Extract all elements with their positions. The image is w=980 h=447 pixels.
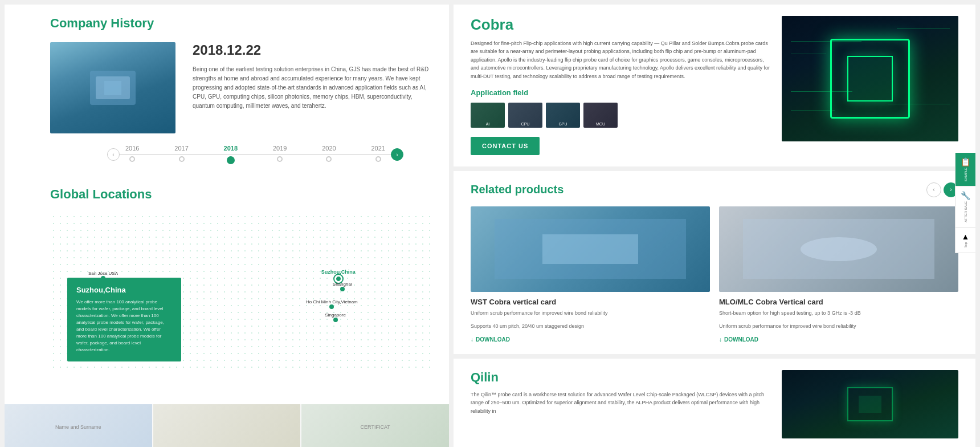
year-label-2021: 2021 (371, 145, 385, 152)
related-products-title: Related products (471, 183, 564, 196)
qilin-left: Qilin The Qilin™ probe card is a workhor… (471, 370, 770, 438)
cobra-title: Cobra (471, 16, 770, 34)
top-icon: ▲ (962, 232, 970, 241)
qilin-description: The Qilin™ probe card is a workhorse tes… (471, 391, 770, 415)
product-mlo-download-label: DOWNLOAD (724, 336, 758, 343)
year-dot-2020[interactable] (326, 156, 332, 162)
bottom-strip: Name and Surname CERTIFICAT (5, 404, 449, 447)
app-cpu-label: CPU (521, 122, 530, 126)
app-image-mcu: MCU (583, 103, 618, 128)
history-description: Being one of the earliest testing soluti… (193, 65, 432, 111)
timeline-next-button[interactable]: › (391, 148, 403, 161)
product-wst-download[interactable]: ↓ DOWNLOAD (471, 336, 710, 343)
sanjose-usa-label: San Jose,USA (88, 271, 118, 276)
timeline-year-2018: 2018 (224, 145, 238, 164)
hcmc-location: Ho Chi Minh City,Vietnam (306, 299, 358, 309)
top-button[interactable]: ▲ Top (955, 227, 975, 253)
application-images: AI CPU GPU MCU (471, 103, 770, 128)
product-mlo-title: MLO/MLC Cobra Vertical card (719, 298, 958, 306)
thumb-content-3: CERTIFICAT (301, 404, 449, 447)
location-info-card: Suzhou,China We offer more than 100 anal… (67, 278, 181, 361)
app-image-gpu: GPU (546, 103, 580, 128)
sample-label: SAMPLE (964, 168, 967, 181)
related-prev-button[interactable]: ‹ (926, 182, 941, 197)
bottom-thumb-1: Name and Surname (5, 404, 152, 447)
chip-square (830, 39, 910, 119)
suzhou-label: Suzhou,China (321, 269, 356, 275)
singapore-dot[interactable] (333, 318, 338, 322)
cobra-product-image (782, 16, 958, 141)
product-wst-title: WST Cobra vertical card (471, 298, 710, 306)
download-icon: ↓ (471, 336, 473, 343)
year-dot-2018[interactable] (227, 156, 235, 164)
year-dot-2016[interactable] (129, 156, 135, 162)
product-mlo-desc1: Short-beam option for high speed testing… (719, 310, 958, 318)
app-mcu-label: MCU (596, 122, 605, 126)
after-sale-label: AFTER SALE (964, 201, 967, 222)
sample-icon: 📋 (961, 157, 970, 166)
related-products-section: Related products ‹ › WST Cobra vertical … (454, 171, 975, 354)
after-sale-button[interactable]: 🔧 AFTER SALE (955, 186, 975, 227)
history-image (50, 42, 175, 133)
timeline-prev-button[interactable]: ‹ (107, 148, 120, 161)
product-wst-desc1: Uniform scrub performance for improved w… (471, 310, 710, 318)
history-text-block: 2018.12.22 Being one of the earliest tes… (193, 42, 432, 111)
timeline-year-2020: 2020 (322, 145, 336, 164)
related-products-nav: ‹ › (926, 182, 958, 197)
thumb-content-2 (153, 404, 301, 447)
company-history-title: Company History (50, 16, 432, 31)
cobra-description: Designed for fine-pitch Flip-chip applic… (471, 39, 770, 80)
product-mlo-download[interactable]: ↓ DOWNLOAD (719, 336, 958, 343)
map-container: Suzhou,China Shanghai Singapore Ho Chi M… (50, 213, 432, 373)
contact-us-button[interactable]: CONTACT US (471, 137, 540, 155)
year-label-2019: 2019 (273, 145, 287, 152)
products-grid: WST Cobra vertical card Uniform scrub pe… (471, 206, 958, 343)
hcmc-dot[interactable] (329, 304, 334, 309)
qilin-product-image (782, 370, 958, 438)
product-card-mlo: MLO/MLC Cobra Vertical card Short-beam o… (719, 206, 958, 343)
global-locations-title: Global Locations (50, 187, 432, 202)
right-panel: Cobra Designed for fine-pitch Flip-chip … (454, 5, 975, 447)
cobra-section: Cobra Designed for fine-pitch Flip-chip … (454, 5, 975, 166)
shanghai-label: Shanghai (333, 282, 352, 287)
hcmc-label: Ho Chi Minh City,Vietnam (306, 299, 358, 304)
related-products-header: Related products ‹ › (471, 182, 958, 197)
shanghai-dot[interactable] (340, 287, 345, 291)
location-card-title: Suzhou,China (76, 286, 172, 294)
download-icon-2: ↓ (719, 336, 722, 343)
year-dot-2019[interactable] (277, 156, 283, 162)
qilin-section: Qilin The Qilin™ probe card is a workhor… (454, 359, 975, 447)
sidebar-buttons: 📋 SAMPLE 🔧 AFTER SALE ▲ Top (955, 153, 975, 253)
timeline-line: ‹ 2016 2017 2018 2019 (96, 145, 415, 164)
bottom-thumb-2 (153, 404, 301, 447)
singapore-location: Singapore (325, 312, 345, 322)
app-image-ai: AI (471, 103, 505, 128)
year-label-2017: 2017 (174, 145, 188, 152)
timeline-year-2017: 2017 (174, 145, 188, 164)
shanghai-location: Shanghai (333, 282, 352, 291)
product-mlo-image (719, 206, 958, 292)
timeline: ‹ 2016 2017 2018 2019 (50, 145, 432, 164)
app-image-cpu: CPU (508, 103, 542, 128)
sample-button[interactable]: 📋 SAMPLE (955, 153, 975, 186)
timeline-year-2016: 2016 (125, 145, 139, 164)
product-mlo-desc2: Uniform scrub performance for improved w… (719, 323, 958, 331)
cobra-left: Cobra Designed for fine-pitch Flip-chip … (471, 16, 770, 155)
year-label-2020: 2020 (322, 145, 336, 152)
singapore-label: Singapore (325, 312, 345, 318)
qilin-title: Qilin (471, 370, 770, 385)
left-panel: Company History 2018.12.22 Being one of … (5, 5, 449, 447)
after-sale-icon: 🔧 (961, 191, 970, 200)
timeline-year-2021: 2021 (371, 145, 385, 164)
year-label-2016: 2016 (125, 145, 139, 152)
bottom-thumb-3: CERTIFICAT (301, 404, 449, 447)
app-ai-label: AI (486, 122, 490, 126)
suzhou-location: Suzhou,China (321, 269, 356, 283)
thumb-content-1: Name and Surname (5, 404, 152, 447)
product-wst-image (471, 206, 710, 292)
year-dot-2021[interactable] (375, 156, 381, 162)
history-date: 2018.12.22 (193, 42, 432, 58)
year-label-2018: 2018 (224, 145, 238, 152)
product-wst-download-label: DOWNLOAD (476, 336, 510, 343)
year-dot-2017[interactable] (179, 156, 185, 162)
